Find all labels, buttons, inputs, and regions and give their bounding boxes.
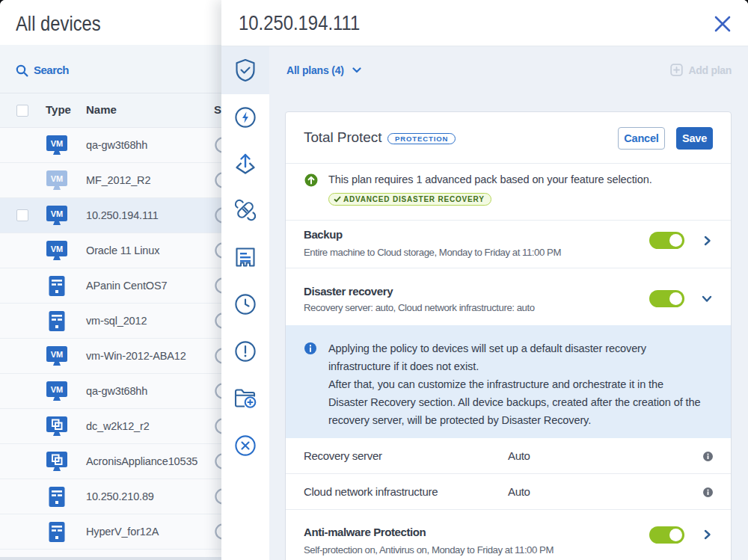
svg-text:VM: VM <box>51 209 64 218</box>
svg-text:VM: VM <box>51 174 64 183</box>
svg-text:VM: VM <box>51 385 64 394</box>
svg-text:VM: VM <box>51 244 64 253</box>
svg-text:VM: VM <box>51 350 64 359</box>
svg-text:VM: VM <box>51 139 64 148</box>
